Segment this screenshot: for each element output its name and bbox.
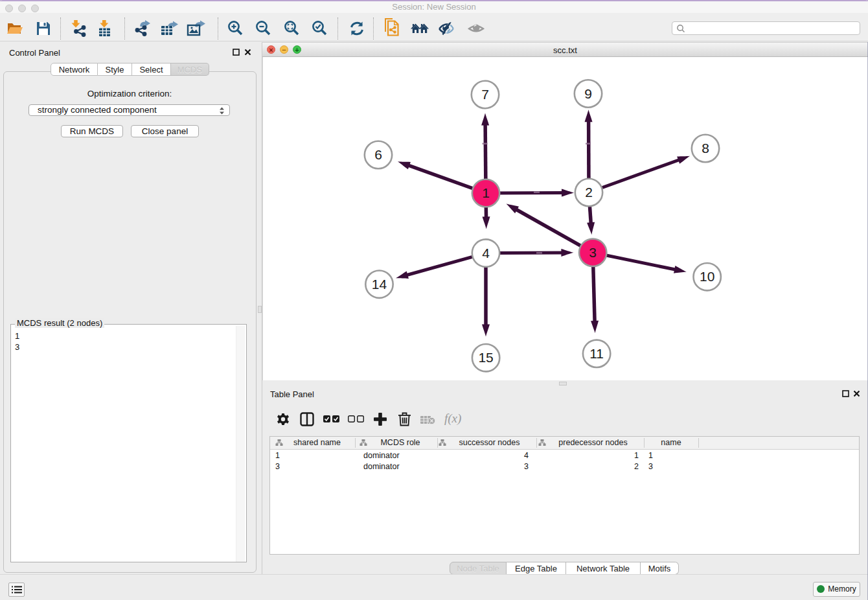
svg-text:14: 14 bbox=[372, 277, 387, 292]
svg-text:6: 6 bbox=[374, 147, 382, 162]
svg-text:8: 8 bbox=[702, 141, 709, 156]
svg-text:15: 15 bbox=[478, 350, 493, 365]
svg-text:11: 11 bbox=[589, 346, 604, 361]
svg-text:1: 1 bbox=[482, 185, 490, 200]
svg-text:2: 2 bbox=[585, 185, 593, 200]
svg-text:7: 7 bbox=[481, 87, 489, 102]
svg-text:9: 9 bbox=[584, 86, 592, 101]
svg-text:3: 3 bbox=[589, 245, 597, 260]
svg-text:10: 10 bbox=[700, 269, 714, 284]
svg-text:4: 4 bbox=[482, 246, 490, 260]
